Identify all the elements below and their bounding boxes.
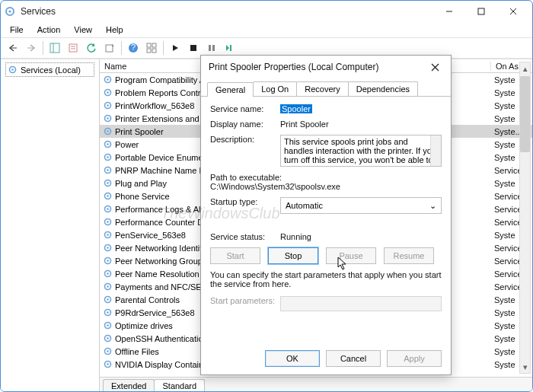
dialog-title: Print Spooler Properties (Local Computer… (209, 62, 426, 72)
tab-extended[interactable]: Extended (103, 379, 155, 392)
dialog-footer: OK Cancel Apply (265, 350, 442, 367)
gear-icon (103, 165, 113, 175)
menu-help[interactable]: Help (100, 24, 129, 36)
scroll-down-icon[interactable]: ▾ (519, 361, 531, 373)
menu-bar: File Action View Help (1, 22, 532, 37)
properties-button[interactable] (65, 40, 81, 56)
title-bar: Services (1, 1, 532, 22)
menu-file[interactable]: File (4, 24, 30, 36)
services-window: Services File Action View Help ? (0, 0, 533, 392)
menu-action[interactable]: Action (31, 24, 67, 36)
scroll-up-icon[interactable]: ▴ (519, 62, 531, 75)
service-name: OpenSSH Authentication (115, 334, 208, 343)
tree-item-label: Services (Local) (21, 65, 81, 75)
forward-button[interactable] (23, 40, 40, 56)
hint-text: You can specify the start parameters tha… (210, 270, 442, 288)
svg-point-65 (107, 325, 109, 327)
service-name: Plug and Play (115, 179, 167, 188)
gear-icon (103, 308, 113, 317)
description-box[interactable]: This service spools print jobs and handl… (280, 135, 442, 167)
gear-icon (103, 333, 113, 343)
gear-icon (103, 75, 113, 84)
service-name: Print Spooler (115, 127, 164, 136)
resume-button[interactable]: Resume (384, 247, 434, 264)
tree-item-services-local[interactable]: Services (Local) (5, 62, 94, 77)
svg-rect-23 (230, 45, 231, 51)
svg-rect-3 (478, 8, 484, 14)
service-name: Printer Extensions and N (115, 114, 208, 123)
svg-text:?: ? (131, 43, 136, 52)
back-button[interactable] (5, 40, 21, 56)
svg-point-25 (11, 69, 14, 71)
tab-dependencies[interactable]: Dependencies (348, 81, 418, 96)
start-service-button[interactable] (167, 40, 184, 56)
svg-rect-21 (209, 45, 211, 51)
tab-logon[interactable]: Log On (253, 81, 297, 96)
menu-view[interactable]: View (68, 24, 98, 36)
gear-icon (103, 243, 113, 253)
gear-icon (103, 113, 113, 123)
show-hide-tree-button[interactable] (46, 40, 63, 56)
svg-rect-16 (147, 43, 151, 47)
svg-rect-20 (190, 45, 196, 51)
svg-point-41 (107, 170, 109, 172)
gear-icon (103, 256, 113, 266)
label-description: Description: (210, 135, 280, 144)
vertical-scrollbar[interactable]: ▴ ▾ (519, 62, 531, 374)
toolbar-grid-icon[interactable] (143, 40, 160, 56)
dialog-close-button[interactable] (426, 59, 443, 75)
gear-icon (103, 230, 113, 240)
tab-recovery[interactable]: Recovery (296, 81, 348, 96)
svg-point-63 (107, 312, 109, 314)
service-name: Performance Counter Dl (115, 218, 206, 227)
start-button[interactable]: Start (210, 247, 260, 264)
service-name: Peer Name Resolution Pr (115, 269, 210, 279)
gear-icon (103, 152, 113, 162)
value-startup: Automatic (286, 201, 323, 210)
close-button[interactable] (497, 2, 529, 21)
svg-point-35 (107, 131, 109, 133)
tab-standard[interactable]: Standard (154, 379, 205, 392)
gear-icon (103, 191, 113, 201)
left-tree: Services (Local) (1, 59, 100, 392)
service-name: Portable Device Enumer (115, 153, 206, 162)
cancel-button[interactable]: Cancel (326, 350, 381, 367)
value-status: Running (280, 232, 442, 241)
apply-button[interactable]: Apply (387, 350, 442, 367)
export-button[interactable] (101, 40, 118, 56)
refresh-button[interactable] (83, 40, 100, 56)
ok-button[interactable]: OK (265, 350, 320, 367)
restart-service-button[interactable] (222, 40, 238, 56)
stop-service-button[interactable] (185, 40, 202, 56)
startup-type-select[interactable]: Automatic ⌄ (280, 197, 442, 214)
service-name: NVIDIA Display Containe (115, 360, 208, 369)
app-icon (4, 5, 16, 18)
svg-point-39 (107, 157, 109, 159)
dialog-tabs: General Log On Recovery Dependencies (201, 78, 451, 97)
label-params: Start parameters: (210, 296, 280, 305)
scroll-thumb[interactable] (520, 76, 530, 152)
pause-service-button[interactable] (203, 40, 220, 56)
maximize-button[interactable] (465, 2, 497, 21)
description-scrollbar[interactable] (430, 135, 441, 166)
svg-point-31 (107, 105, 109, 107)
svg-point-37 (107, 144, 109, 146)
service-name: Offline Files (115, 347, 159, 356)
help-button[interactable]: ? (125, 40, 142, 56)
gear-icon (103, 346, 113, 356)
service-name: Peer Networking Identity (115, 244, 206, 253)
value-description: This service spools print jobs and handl… (284, 137, 436, 167)
svg-point-55 (107, 260, 109, 263)
window-title: Services (21, 6, 433, 17)
stop-button[interactable]: Stop (268, 247, 318, 264)
pause-button[interactable]: Pause (326, 247, 376, 264)
service-name: Problem Reports Contro (115, 88, 206, 97)
tab-general[interactable]: General (207, 82, 254, 97)
dialog-body: Service name: Spooler Display name: Prin… (201, 97, 451, 322)
gear-icon (103, 204, 113, 214)
minimize-button[interactable] (433, 2, 465, 21)
svg-point-61 (107, 299, 109, 301)
value-display-name: Print Spooler (280, 120, 442, 129)
svg-point-29 (107, 92, 109, 94)
svg-point-67 (107, 338, 109, 340)
